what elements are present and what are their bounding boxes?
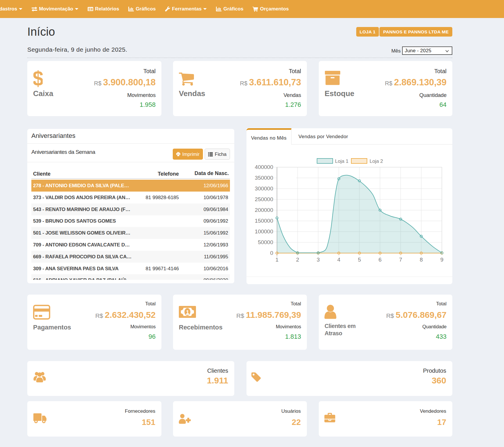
svg-text:9: 9: [440, 257, 444, 263]
svg-text:8: 8: [420, 257, 423, 263]
svg-text:250000: 250000: [255, 196, 273, 202]
svg-text:150000: 150000: [255, 218, 273, 224]
svg-text:0: 0: [270, 250, 273, 256]
svg-text:200000: 200000: [255, 207, 273, 213]
svg-text:6: 6: [379, 257, 382, 263]
svg-text:$: $: [33, 70, 43, 89]
svg-text:5: 5: [358, 257, 361, 263]
svg-text:300000: 300000: [255, 185, 273, 192]
svg-text:350000: 350000: [255, 175, 273, 181]
svg-text:Loja 1: Loja 1: [335, 158, 348, 164]
svg-text:7: 7: [399, 257, 402, 263]
svg-text:50000: 50000: [258, 239, 273, 245]
svg-text:400000: 400000: [255, 164, 273, 170]
svg-text:1: 1: [276, 257, 279, 263]
svg-text:100000: 100000: [255, 228, 273, 235]
svg-text:4: 4: [337, 257, 341, 263]
svg-text:2: 2: [296, 257, 299, 263]
svg-text:Loja 2: Loja 2: [370, 158, 383, 164]
svg-text:3: 3: [317, 257, 320, 263]
